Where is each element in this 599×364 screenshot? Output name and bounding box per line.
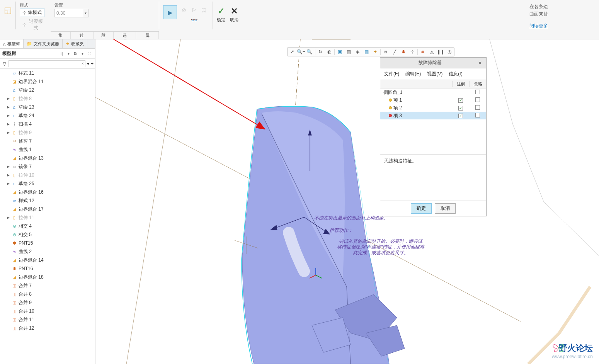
tree-item[interactable]: ⩍草绘 22 [0,86,95,94]
dialog-close-icon[interactable]: ✕ [477,60,483,66]
axis-display-icon[interactable]: ╱ [390,48,399,56]
spin-center-icon[interactable]: ◬ [427,48,436,56]
transition-mode-button[interactable]: ⊹ 过渡模式 [20,17,47,32]
tree-item[interactable]: ⊗相交 4 [0,222,95,230]
pause-icon[interactable]: ⊘ [179,5,189,15]
tool3-icon[interactable]: ⠿ [86,50,93,57]
expand-icon[interactable]: ▶ [6,105,10,109]
setting-input[interactable] [54,9,83,17]
ignore-checkbox[interactable] [475,113,480,117]
tree-item[interactable]: ▶▯拉伸 9 [0,128,95,137]
expand-icon[interactable]: ▶ [6,182,10,185]
menu-info[interactable]: 信息(I) [449,71,462,77]
tree-item[interactable]: ▶⩍草绘 23 [0,103,95,111]
cancel-button[interactable]: ✕ 取消 [230,6,238,23]
refit-icon[interactable]: ⤢ [288,48,296,56]
subtab-set[interactable]: 集 [51,32,71,39]
datum-display-icon[interactable]: ✦ [371,48,379,56]
dialog-ok-button[interactable]: 确定 [411,203,432,214]
view-manager-icon[interactable]: ▤ [344,48,353,56]
tree-item[interactable]: ▶▯拉伸 8 [0,94,95,103]
eye-icon[interactable]: 🏳 [189,5,199,15]
tab-model-tree[interactable]: ⎌ 模型树 [0,39,24,48]
perspective-icon[interactable]: ◈ [353,48,362,56]
subtab-transition[interactable]: 过渡 [71,32,94,39]
tool1-caret[interactable]: ▾ [65,50,72,57]
subtab-segment[interactable]: 段 [94,32,114,39]
subtab-properties[interactable]: 属性 [136,32,159,39]
tree-item[interactable]: ◪边界混合 13 [0,154,95,162]
dialog-root-row[interactable]: 倒圆角_1 [380,88,486,96]
filter-caret[interactable]: ▾ [87,61,89,66]
expand-icon[interactable]: ▶ [6,97,10,100]
tree-item[interactable]: ◪边界混合 11 [0,77,95,86]
set-mode-button[interactable]: ⊹ 集模式 [20,8,44,17]
subtab-options[interactable]: 选项 [114,32,136,39]
menu-edit[interactable]: 编辑(E) [405,71,421,77]
clear-filter-icon[interactable]: × [80,61,85,66]
tree-item[interactable]: ▱样式 12 [0,196,95,205]
point-display-icon[interactable]: ✱ [399,48,408,56]
tree-item[interactable]: ◫合并 9 [0,298,95,307]
tree-item[interactable]: ◫合并 11 [0,315,95,324]
expand-icon[interactable]: ▶ [6,216,10,219]
model-tree[interactable]: ▱样式 11◪边界混合 11⩍草绘 22▶▯拉伸 8▶⩍草绘 23▶⩍草绘 24… [0,69,95,364]
expand-icon[interactable]: ▶ [6,131,10,134]
tree-item[interactable]: ◫合并 7 [0,281,95,290]
tree-item[interactable]: ◪边界混合 17 [0,205,95,213]
pause-render-icon[interactable]: ❚❚ [436,48,445,56]
tree-filter-input[interactable] [9,60,85,67]
tree-item[interactable]: ◫合并 8 [0,290,95,298]
repaint-icon[interactable]: ↻ [316,48,325,56]
tree-item[interactable]: ◫合并 12 [0,324,95,332]
menu-view[interactable]: 视图(V) [427,71,442,77]
expand-icon[interactable]: ▶ [6,122,10,126]
expand-icon[interactable]: ▶ [6,173,10,177]
tree-item[interactable]: ⊗相交 5 [0,230,95,239]
tree-item[interactable]: ▶⩍草绘 25 [0,179,95,188]
tree-item[interactable]: ▶⧈镜像 7 [0,162,95,171]
zoom-out-icon[interactable]: 🔍- [306,48,314,56]
tree-item[interactable]: ✂修剪 7 [0,137,95,145]
tree-item[interactable]: ✱PNT16 [0,264,95,273]
zoom-in-icon[interactable]: 🔍+ [297,48,305,56]
dialog-item-row[interactable]: 项 1✓ [380,96,486,104]
flag-icon[interactable]: 🕮 [199,5,209,15]
tree-item[interactable]: ∿曲线 1 [0,145,95,154]
csys-display-icon[interactable]: ⊹ [408,48,417,56]
read-more-link[interactable]: 阅读更多 [529,23,548,29]
tree-item[interactable]: ▶⩍草绘 24 [0,111,95,120]
dialog-titlebar[interactable]: 故障排除器 ✕ [380,58,486,68]
canvas[interactable]: 不能在突出显示的曲面对上构造象。 推荐动作： 尝试从其他曲面对开始。必要时，请尝… [95,39,599,364]
tree-item[interactable]: ▶▯拉伸 11 [0,213,95,222]
annotation-display-icon[interactable]: ⩩ [419,48,427,56]
plus-icon[interactable]: + [91,61,94,66]
tree-item[interactable]: ▶▯拉伸 10 [0,171,95,179]
ignore-checkbox[interactable] [475,97,480,102]
ignore-checkbox[interactable] [475,105,480,110]
confirm-button[interactable]: ✓ 确定 [217,6,225,23]
note-checkbox[interactable]: ✓ [458,106,463,111]
tree-item[interactable]: ▶⟆扫描 4 [0,120,95,128]
tree-item[interactable]: ◪边界混合 14 [0,256,95,264]
saved-view-icon[interactable]: ▣ [335,48,344,56]
funnel-icon[interactable]: ▽ [2,61,7,66]
tree-item[interactable]: ◫合并 10 [0,307,95,315]
expand-icon[interactable]: ▶ [6,114,10,117]
note-checkbox[interactable]: ✓ [458,98,463,103]
setting-dropdown[interactable]: ▼ [83,9,88,17]
dialog-item-row[interactable]: 项 2✓ [380,104,486,112]
menu-file[interactable]: 文件(F) [384,71,399,77]
tree-item[interactable]: ◪边界混合 16 [0,188,95,196]
root- set-ignore-checkbox[interactable] [475,90,480,94]
expand-icon[interactable]: ▶ [6,165,10,168]
note-checkbox[interactable]: ✓ [458,114,463,118]
glasses-icon[interactable]: 👓 [179,15,209,25]
dialog-item-row[interactable]: 项 3✓ [380,112,486,119]
tree-item[interactable]: ✱PNT15 [0,239,95,247]
plane-display-icon[interactable]: ⧈ [381,48,390,56]
dialog-cancel-button[interactable]: 取消 [435,203,456,214]
render-icon[interactable]: ◎ [445,48,454,56]
tool2-caret[interactable]: ▾ [79,50,86,57]
tool2-icon[interactable]: 🗎 [72,50,79,57]
